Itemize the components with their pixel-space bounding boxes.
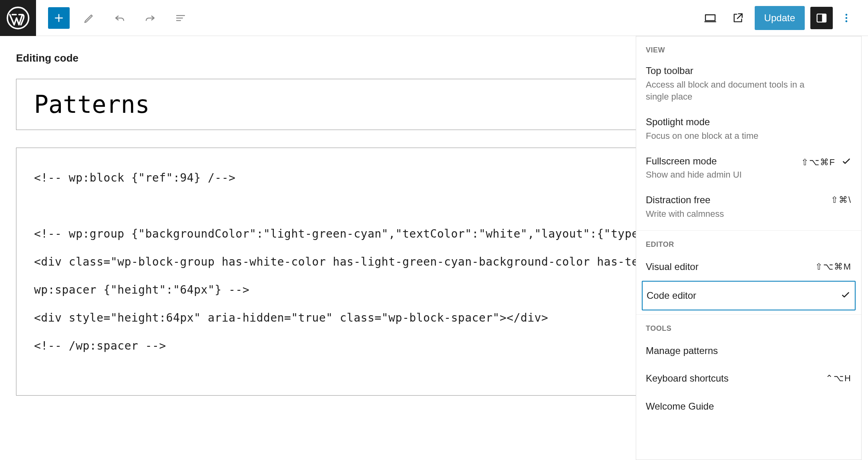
check-icon [841,156,852,169]
tools-welcome-guide-item[interactable]: Welcome Guide [636,392,861,420]
svg-point-5 [846,20,848,22]
check-icon [840,290,851,302]
panel-section-editor: EDITOR [636,231,861,253]
menu-item-title: Visual editor [646,260,699,274]
menu-item-desc: Focus on one block at a time [646,130,814,142]
undo-icon [114,12,126,24]
view-top-toolbar-item[interactable]: Top toolbar Access all block and documen… [636,58,861,110]
update-button[interactable]: Update [755,6,805,30]
menu-item-shortcut: ⌃⌥H [826,373,852,384]
svg-rect-2 [822,14,826,22]
wordpress-icon [6,6,30,30]
menu-item-title: Manage patterns [646,344,718,358]
menu-item-title: Spotlight mode [646,115,852,129]
list-icon [175,12,187,24]
top-toolbar: Update [0,0,868,36]
view-spotlight-mode-item[interactable]: Spotlight mode Focus on one block at a t… [636,110,861,148]
menu-item-desc: Show and hide admin UI [646,169,801,181]
menu-item-title: Code editor [647,289,696,302]
menu-item-desc: Access all block and document tools in a… [646,79,814,104]
options-menu-panel: VIEW Top toolbar Access all block and do… [636,36,862,460]
external-link-icon [731,12,744,24]
panel-section-view: VIEW [636,36,861,58]
tools-keyboard-shortcuts-item[interactable]: Keyboard shortcuts ⌃⌥H [636,364,861,392]
view-distraction-free-item[interactable]: Distraction free Write with calmness ⇧⌘\ [636,188,861,226]
svg-point-4 [846,17,848,19]
menu-item-shortcut: ⇧⌘\ [831,195,852,205]
options-menu-button[interactable] [838,7,854,29]
svg-point-3 [846,14,848,16]
more-vertical-icon [841,12,852,24]
wordpress-logo[interactable] [0,0,36,36]
sidebar-icon [816,12,828,24]
redo-button[interactable] [139,7,161,29]
menu-item-title: Welcome Guide [646,400,714,413]
view-fullscreen-mode-item[interactable]: Fullscreen mode Show and hide admin UI ⇧… [636,149,861,188]
menu-item-shortcut: ⇧⌥⌘F [801,157,836,168]
document-overview-button[interactable] [170,7,191,29]
editor-toolbar-right: Update [699,6,868,30]
pencil-icon [83,12,95,24]
plus-icon [53,12,65,24]
device-icon [704,12,717,24]
editor-toolbar-left [36,7,191,29]
editor-code-item[interactable]: Code editor [642,281,856,310]
editor-visual-item[interactable]: Visual editor ⇧⌥⌘M [636,253,861,281]
menu-item-title: Keyboard shortcuts [646,372,729,385]
editing-code-label: Editing code [16,52,78,64]
panel-section-tools: TOOLS [636,315,861,337]
tools-manage-patterns-item[interactable]: Manage patterns [636,337,861,365]
menu-item-desc: Write with calmness [646,208,814,220]
settings-sidebar-toggle[interactable] [810,7,833,29]
menu-item-title: Distraction free [646,193,831,207]
view-page-button[interactable] [727,7,749,29]
redo-icon [144,12,156,24]
add-block-button[interactable] [48,7,70,29]
undo-button[interactable] [109,7,131,29]
menu-item-title: Fullscreen mode [646,154,801,168]
menu-item-shortcut: ⇧⌥⌘M [815,262,852,272]
preview-button[interactable] [699,7,721,29]
edit-mode-button[interactable] [78,7,100,29]
menu-item-title: Top toolbar [646,64,852,78]
